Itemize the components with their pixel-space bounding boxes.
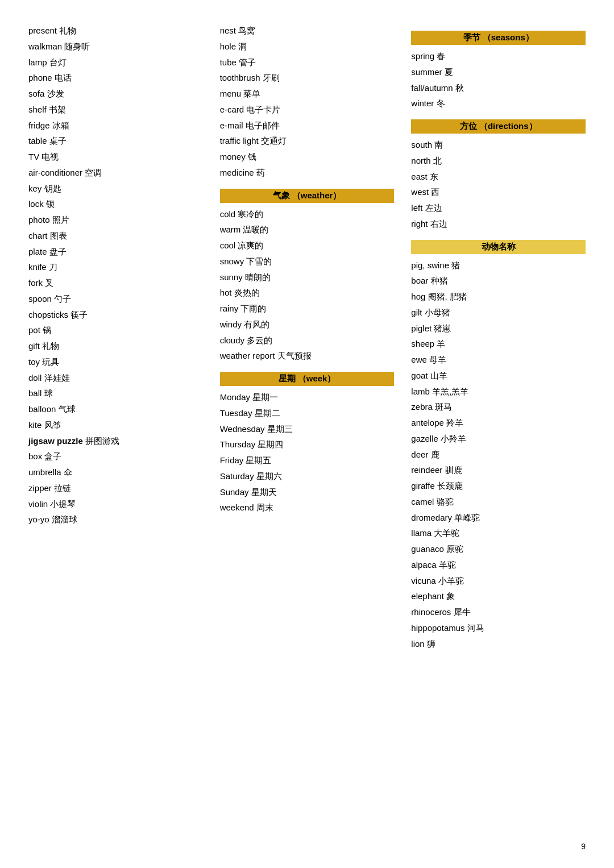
list-item: hog 阉猪, 肥猪 bbox=[411, 289, 586, 305]
list-item: knife 刀 bbox=[28, 259, 203, 275]
list-item: plate 盘子 bbox=[28, 244, 203, 260]
list-item: hot 炎热的 bbox=[220, 285, 395, 301]
col2-items: nest 鸟窝hole 洞tube 管子toothbrush 牙刷menu 菜单… bbox=[220, 23, 395, 516]
page-content: present 礼物walkman 随身听lamp 台灯phone 电话sofa… bbox=[28, 23, 586, 651]
list-item: pot 锅 bbox=[28, 322, 203, 338]
list-item: doll 洋娃娃 bbox=[28, 370, 203, 386]
list-item: phone 电话 bbox=[28, 70, 203, 86]
list-item: weather report 天气预报 bbox=[220, 348, 395, 364]
list-item: warm 温暖的 bbox=[220, 222, 395, 238]
list-item: hole 洞 bbox=[220, 39, 395, 55]
list-item: hippopotamus 河马 bbox=[411, 620, 586, 636]
list-item: right 右边 bbox=[411, 216, 586, 232]
list-item: e-card 电子卡片 bbox=[220, 102, 395, 118]
column-2: nest 鸟窝hole 洞tube 管子toothbrush 牙刷menu 菜单… bbox=[220, 23, 395, 516]
list-item: llama 大羊驼 bbox=[411, 525, 586, 541]
list-item: windy 有风的 bbox=[220, 317, 395, 333]
list-item: money 钱 bbox=[220, 149, 395, 165]
list-item: fall/autumn 秋 bbox=[411, 80, 586, 96]
list-item: Wednesday 星期三 bbox=[220, 421, 395, 437]
list-item: alpaca 羊驼 bbox=[411, 557, 586, 573]
list-item: spring 春 bbox=[411, 48, 586, 64]
list-item: zebra 斑马 bbox=[411, 399, 586, 415]
list-item: north 北 bbox=[411, 153, 586, 169]
week-header: 星期 （week） bbox=[220, 372, 395, 386]
list-item: giraffe 长颈鹿 bbox=[411, 478, 586, 494]
list-item: Tuesday 星期二 bbox=[220, 405, 395, 421]
list-item: balloon 气球 bbox=[28, 401, 203, 417]
page-number: 9 bbox=[581, 842, 586, 851]
weather-header: 气象 （weather） bbox=[220, 189, 395, 203]
list-item: shelf 书架 bbox=[28, 102, 203, 118]
list-item: antelope 羚羊 bbox=[411, 415, 586, 431]
list-item: lamb 羊羔,羔羊 bbox=[411, 384, 586, 400]
list-item: toothbrush 牙刷 bbox=[220, 70, 395, 86]
list-item: zipper 拉链 bbox=[28, 480, 203, 496]
list-item: sheep 羊 bbox=[411, 336, 586, 352]
list-item: traffic light 交通灯 bbox=[220, 133, 395, 149]
list-item: sofa 沙发 bbox=[28, 86, 203, 102]
list-item: cold 寒冷的 bbox=[220, 206, 395, 222]
column-1: present 礼物walkman 随身听lamp 台灯phone 电话sofa… bbox=[28, 23, 203, 528]
list-item: menu 菜单 bbox=[220, 86, 395, 102]
list-item: box 盒子 bbox=[28, 448, 203, 464]
list-item: violin 小提琴 bbox=[28, 496, 203, 512]
list-item: spoon 勺子 bbox=[28, 291, 203, 307]
list-item: left 左边 bbox=[411, 200, 586, 216]
list-item: summer 夏 bbox=[411, 64, 586, 80]
list-item: TV 电视 bbox=[28, 149, 203, 165]
list-item: yo-yo 溜溜球 bbox=[28, 512, 203, 528]
list-item: chart 图表 bbox=[28, 228, 203, 244]
list-item: chopsticks 筷子 bbox=[28, 307, 203, 323]
list-item: snowy 下雪的 bbox=[220, 254, 395, 269]
list-item: gift 礼物 bbox=[28, 338, 203, 354]
list-item: Saturday 星期六 bbox=[220, 468, 395, 484]
list-item: Monday 星期一 bbox=[220, 389, 395, 405]
list-item: fork 叉 bbox=[28, 275, 203, 291]
list-item: ewe 母羊 bbox=[411, 352, 586, 368]
list-item: winter 冬 bbox=[411, 95, 586, 111]
list-item: e-mail 电子邮件 bbox=[220, 118, 395, 134]
list-item: reindeer 驯鹿 bbox=[411, 462, 586, 478]
list-item: rhinoceros 犀牛 bbox=[411, 604, 586, 620]
list-item: jigsaw puzzle 拼图游戏 bbox=[28, 433, 203, 449]
list-item: present 礼物 bbox=[28, 23, 203, 39]
list-item: Friday 星期五 bbox=[220, 452, 395, 468]
list-item: toy 玩具 bbox=[28, 354, 203, 370]
list-item: Thursday 星期四 bbox=[220, 437, 395, 452]
column-3: 季节 （seasons）spring 春summer 夏fall/autumn … bbox=[411, 23, 586, 651]
list-item: lion 狮 bbox=[411, 636, 586, 652]
list-item: key 钥匙 bbox=[28, 181, 203, 197]
list-item: lamp 台灯 bbox=[28, 55, 203, 70]
list-item: piglet 猪崽 bbox=[411, 321, 586, 337]
list-item: guanaco 原驼 bbox=[411, 541, 586, 557]
list-item: gilt 小母猪 bbox=[411, 305, 586, 321]
list-item: cool 凉爽的 bbox=[220, 238, 395, 254]
list-item: weekend 周末 bbox=[220, 500, 395, 516]
col3-items: 季节 （seasons）spring 春summer 夏fall/autumn … bbox=[411, 23, 586, 651]
list-item: umbrella 伞 bbox=[28, 464, 203, 480]
list-item: west 西 bbox=[411, 184, 586, 200]
col1-items: present 礼物walkman 随身听lamp 台灯phone 电话sofa… bbox=[28, 23, 203, 528]
list-item: goat 山羊 bbox=[411, 368, 586, 384]
list-item: boar 种猪 bbox=[411, 273, 586, 289]
list-item: cloudy 多云的 bbox=[220, 333, 395, 348]
list-item: air-conditioner 空调 bbox=[28, 165, 203, 181]
list-item: medicine 药 bbox=[220, 165, 395, 181]
list-item: rainy 下雨的 bbox=[220, 301, 395, 317]
list-item: camel 骆驼 bbox=[411, 494, 586, 510]
list-item: tube 管子 bbox=[220, 55, 395, 70]
list-item: table 桌子 bbox=[28, 133, 203, 149]
list-item: fridge 冰箱 bbox=[28, 118, 203, 134]
list-item: south 南 bbox=[411, 137, 586, 153]
list-item: dromedary 单峰驼 bbox=[411, 510, 586, 526]
list-item: sunny 晴朗的 bbox=[220, 269, 395, 285]
list-item: vicuna 小羊驼 bbox=[411, 573, 586, 589]
list-item: Sunday 星期天 bbox=[220, 484, 395, 500]
animals-header: 动物名称 bbox=[411, 240, 586, 254]
list-item: gazelle 小羚羊 bbox=[411, 431, 586, 447]
list-item: deer 鹿 bbox=[411, 447, 586, 463]
list-item: elephant 象 bbox=[411, 588, 586, 604]
list-item: lock 锁 bbox=[28, 196, 203, 212]
list-item: pig, swine 猪 bbox=[411, 258, 586, 273]
